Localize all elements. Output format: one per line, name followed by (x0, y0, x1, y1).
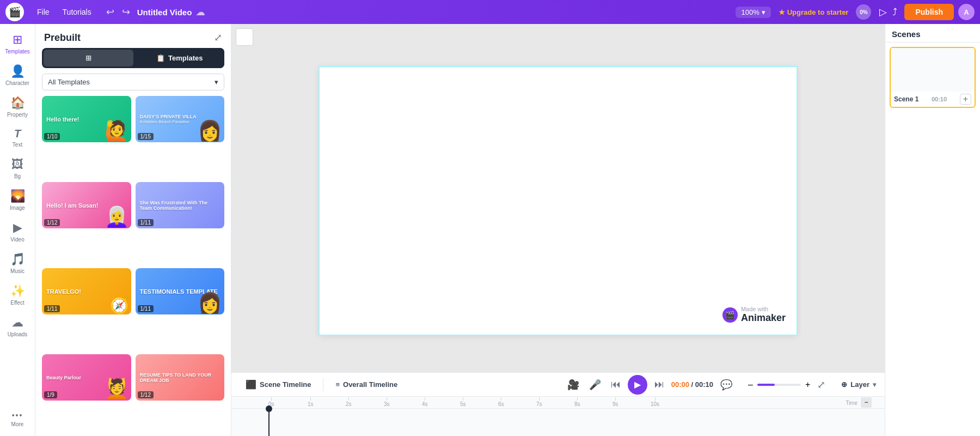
card2-title: DAISY'S PRIVATE VILLA (140, 114, 220, 119)
ruler-mark-8s: 8s (574, 397, 580, 407)
scene-timeline-tab[interactable]: ⬛ Scene Timeline (240, 377, 316, 392)
file-menu[interactable]: File (32, 5, 55, 19)
sidebar-item-text[interactable]: T Text (1, 123, 34, 152)
tab-grid[interactable]: ⊞ (44, 50, 133, 66)
uploads-icon: ☁ (11, 316, 23, 330)
property-icon: 🏠 (10, 96, 25, 110)
sidebar-item-music[interactable]: 🎵 Music (1, 248, 34, 278)
canvas-wrap: 🎬 Made with Animaker (231, 29, 885, 372)
skip-back-button[interactable]: ⏮ (608, 378, 623, 391)
layer-chevron-icon: ▾ (873, 381, 876, 389)
overall-timeline-icon: ≡ (335, 380, 340, 389)
sidebar-item-property[interactable]: 🏠 Property (1, 92, 34, 122)
tutorials-menu[interactable]: Tutorials (57, 5, 97, 19)
tab-templates-icon: 📋 (156, 54, 165, 62)
star-icon: ★ (779, 8, 785, 16)
topbar: 🎬 File Tutorials ↩ ↪ Untitled Video ☁ 10… (0, 0, 980, 24)
save-icon: ☁ (196, 7, 205, 17)
scenes-panel: Scenes Scene 1 00:10 + (885, 24, 980, 436)
video-title: Untitled Video (137, 8, 192, 17)
bg-icon: 🖼 (11, 158, 23, 172)
zoom-control[interactable]: 100% ▾ (736, 7, 770, 18)
effect-icon: ✨ (10, 284, 25, 298)
upgrade-button[interactable]: ★ Upgrade to starter (779, 8, 849, 16)
sidebar-item-templates[interactable]: ⊞ Templates (1, 28, 34, 59)
card2-badge: 1/15 (138, 133, 154, 140)
template-card-6[interactable]: TESTIMONIALS TEMPLATE 👩 1/11 (136, 268, 225, 314)
text-icon: T (14, 128, 21, 140)
animaker-logo-icon: 🎬 (722, 307, 738, 323)
scene-thumb-1[interactable]: Scene 1 00:10 + (890, 47, 976, 108)
filter-dropdown[interactable]: All Templates ▾ (42, 74, 224, 90)
undo-redo-group: ↩ ↪ (103, 5, 133, 19)
timeline-controls: ⬛ Scene Timeline ≡ Overall Timeline 🎥 🎤 … (231, 373, 885, 397)
template-card-3[interactable]: Hello! I am Susan! 👩‍🦳 1/12 (42, 182, 131, 228)
icon-sidebar: ⊞ Templates 👤 Character 🏠 Property T Tex… (0, 24, 35, 436)
filter-chevron-icon: ▾ (215, 78, 218, 86)
card7-character: 💆 (105, 378, 129, 401)
publish-button[interactable]: Publish (904, 4, 954, 20)
skip-forward-button[interactable]: ⏭ (652, 378, 667, 391)
zoom-value: 100% (741, 8, 759, 16)
video-icon: ▶ (13, 221, 22, 235)
progress-circle: 0% (856, 4, 871, 20)
time-label: Time (846, 400, 857, 406)
template-card-7[interactable]: Beauty Parlour 💆 1/9 (42, 354, 131, 401)
timeline-ruler: 0s 1s 2s 3s 4s 5s 6s (231, 397, 885, 409)
main-canvas[interactable]: 🎬 Made with Animaker (318, 66, 798, 336)
sidebar-item-uploads[interactable]: ☁ Uploads (1, 311, 34, 342)
canvas-corner-box (236, 28, 253, 46)
music-icon: 🎵 (10, 252, 25, 267)
share-button[interactable]: ⤴ (892, 7, 897, 18)
redo-button[interactable]: ↪ (119, 5, 133, 19)
sidebar-item-effect[interactable]: ✨ Effect (1, 280, 34, 310)
ruler-mark-1s: 1s (308, 397, 314, 407)
template-card-1[interactable]: Hello there! 🙋 1/10 (42, 96, 131, 142)
timeline-body (231, 409, 885, 436)
scenes-header: Scenes (885, 24, 980, 43)
expand-panel-button[interactable]: ⤢ (214, 32, 222, 44)
card4-badge: 1/11 (138, 219, 154, 226)
card7-badge: 1/9 (44, 391, 57, 398)
timeline-zoom-slider[interactable] (757, 384, 801, 386)
add-scene-button[interactable]: + (960, 94, 971, 105)
watermark: 🎬 Made with Animaker (722, 306, 786, 324)
timeline: ⬛ Scene Timeline ≡ Overall Timeline 🎥 🎤 … (231, 372, 885, 436)
template-card-4[interactable]: She Was Frustrated With The Team Communi… (136, 182, 225, 228)
card8-title: RESUME TIPS TO LAND YOUR DREAM JOB (140, 372, 220, 383)
canvas-area: 🎬 Made with Animaker ‹ (231, 24, 885, 372)
template-card-5[interactable]: TRAVELGO! 🧭 1/11 (42, 268, 131, 314)
sidebar-item-video[interactable]: ▶ Video (1, 216, 34, 247)
more-icon: ••• (12, 411, 23, 420)
template-card-2[interactable]: DAISY'S PRIVATE VILLA A Hidden Beach Par… (136, 96, 225, 142)
preview-button[interactable]: ▷ (879, 6, 887, 18)
caption-button[interactable]: 💬 (718, 378, 735, 392)
undo-button[interactable]: ↩ (103, 5, 117, 19)
card3-character: 👩‍🦳 (105, 205, 129, 228)
fit-button[interactable]: ⤢ (814, 378, 828, 392)
ruler-mark-2s: 2s (346, 397, 352, 407)
sidebar-item-character[interactable]: 👤 Character (1, 60, 34, 90)
zoom-slider-area: – + (748, 380, 810, 390)
overall-timeline-tab[interactable]: ≡ Overall Timeline (330, 378, 403, 391)
sidebar-item-bg[interactable]: 🖼 Bg (1, 153, 34, 184)
templates-icon: ⊞ (13, 33, 22, 47)
tab-switcher: ⊞ 📋 Templates (42, 48, 224, 68)
play-button[interactable]: ▶ (628, 375, 647, 395)
sidebar-item-image[interactable]: 🌄 Image (1, 185, 34, 215)
card5-character: 🧭 (110, 296, 129, 314)
mic-control-button[interactable]: 🎤 (586, 378, 604, 392)
layer-icon: ⊕ (841, 380, 847, 389)
time-minus-button[interactable]: − (861, 397, 872, 407)
camera-control-button[interactable]: 🎥 (565, 378, 582, 392)
ruler-mark-5s: 5s (460, 397, 466, 407)
image-icon: 🌄 (10, 189, 25, 203)
sidebar-item-more[interactable]: ••• More (1, 407, 34, 432)
template-card-8[interactable]: RESUME TIPS TO LAND YOUR DREAM JOB 1/12 (136, 354, 225, 401)
tab-templates[interactable]: 📋 Templates (135, 48, 225, 68)
playback-time: 00:00 / 00:10 (671, 380, 713, 389)
layer-control[interactable]: ⊕ Layer ▾ (841, 380, 876, 389)
zoom-chevron-icon: ▾ (762, 8, 765, 16)
user-avatar[interactable]: A (958, 4, 975, 20)
card3-badge: 1/12 (44, 219, 60, 226)
